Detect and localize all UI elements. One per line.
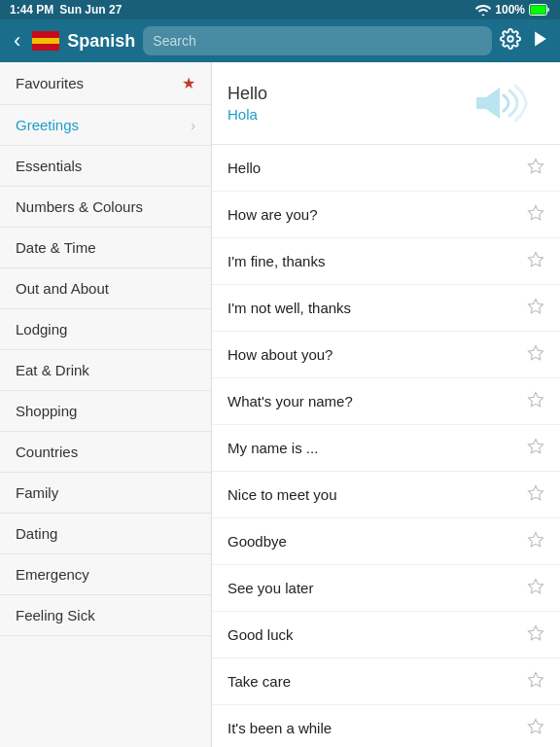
status-bar: 1:44 PM Sun Jun 27 100% — [0, 0, 560, 19]
list-item[interactable]: Nice to meet you — [212, 472, 560, 518]
svg-marker-14 — [529, 626, 543, 640]
favourite-star[interactable] — [527, 391, 544, 411]
sidebar-item-out-and-about[interactable]: Out and About — [0, 268, 211, 309]
svg-point-2 — [508, 36, 513, 42]
list-item[interactable]: My name is ... — [212, 425, 560, 472]
sidebar-label-greetings: Greetings — [16, 117, 79, 133]
status-date: Sun Jun 27 — [59, 3, 122, 17]
phrase-text: Take care — [228, 673, 291, 690]
sidebar-item-favourites[interactable]: Favourites ★ — [0, 62, 211, 105]
sidebar-label-numbers-colours: Numbers & Colours — [16, 198, 143, 215]
phrase-list: Hello How are you? I'm fine, thanks I'm … — [212, 145, 560, 747]
play-icon[interactable] — [531, 28, 550, 54]
list-item[interactable]: See you later — [212, 565, 560, 612]
phrase-header-text: Hello Hola — [228, 84, 451, 123]
phrase-text: How are you? — [228, 206, 318, 223]
sidebar-item-eat-drink[interactable]: Eat & Drink — [0, 350, 211, 391]
phrase-header: Hello Hola — [212, 62, 560, 145]
sidebar-item-lodging[interactable]: Lodging — [0, 309, 211, 350]
sidebar-label-eat-drink: Eat & Drink — [16, 362, 89, 378]
sidebar-label-shopping: Shopping — [16, 403, 77, 419]
svg-marker-3 — [535, 31, 546, 46]
phrase-text: Good luck — [228, 626, 294, 643]
sidebar-label-out-and-about: Out and About — [16, 280, 109, 297]
sidebar-label-essentials: Essentials — [16, 158, 82, 174]
favourite-star[interactable] — [527, 624, 544, 645]
svg-marker-10 — [529, 440, 543, 453]
phrase-text: It's been a while — [228, 720, 332, 736]
favourite-star[interactable] — [527, 578, 544, 598]
svg-marker-5 — [529, 206, 543, 220]
svg-marker-16 — [529, 720, 543, 733]
sidebar-item-essentials[interactable]: Essentials — [0, 146, 211, 187]
svg-marker-9 — [529, 393, 543, 407]
phrase-text: How about you? — [228, 346, 332, 363]
list-item[interactable]: How about you? — [212, 332, 560, 378]
sidebar-label-dating: Dating — [16, 525, 57, 542]
svg-marker-8 — [529, 346, 543, 360]
sidebar-item-shopping[interactable]: Shopping — [0, 391, 211, 432]
svg-rect-1 — [531, 6, 546, 15]
sidebar-item-emergency[interactable]: Emergency — [0, 554, 211, 595]
svg-marker-15 — [529, 673, 543, 687]
sidebar-label-favourites: Favourites — [16, 75, 84, 91]
list-item[interactable]: How are you? — [212, 192, 560, 238]
svg-marker-4 — [529, 160, 543, 173]
sidebar-item-feeling-sick[interactable]: Feeling Sick — [0, 595, 211, 636]
favourite-star[interactable] — [527, 671, 544, 692]
sidebar-label-emergency: Emergency — [16, 566, 89, 583]
list-item[interactable]: It's been a while — [212, 705, 560, 747]
sidebar: Favourites ★ Greetings › Essentials Numb… — [0, 62, 212, 747]
svg-marker-11 — [529, 486, 543, 500]
header-translation: Hola — [228, 106, 451, 123]
phrase-text: I'm fine, thanks — [228, 253, 325, 269]
favourite-star[interactable] — [527, 718, 544, 738]
nav-icons — [500, 28, 550, 54]
favourite-star[interactable] — [527, 298, 544, 318]
battery-label: 100% — [495, 3, 525, 17]
sidebar-item-family[interactable]: Family — [0, 473, 211, 514]
search-input[interactable] — [143, 26, 492, 55]
favourite-star[interactable] — [527, 344, 544, 365]
svg-marker-7 — [529, 300, 543, 313]
sidebar-item-date-time[interactable]: Date & Time — [0, 228, 211, 268]
list-item[interactable]: What's your name? — [212, 378, 560, 425]
sidebar-label-family: Family — [16, 484, 58, 501]
phrase-panel: Hello Hola Hello — [212, 62, 560, 747]
sidebar-item-numbers-colours[interactable]: Numbers & Colours — [0, 187, 211, 228]
settings-icon[interactable] — [500, 28, 521, 54]
favourite-star[interactable] — [527, 531, 544, 551]
status-left: 1:44 PM Sun Jun 27 — [10, 3, 122, 17]
sidebar-label-feeling-sick: Feeling Sick — [16, 607, 95, 623]
sidebar-item-countries[interactable]: Countries — [0, 432, 211, 473]
svg-marker-12 — [529, 533, 543, 547]
phrase-text: My name is ... — [228, 440, 318, 456]
phrase-text: What's your name? — [228, 393, 353, 409]
nav-title: Spanish — [67, 31, 135, 52]
favourite-star[interactable] — [527, 438, 544, 458]
spain-flag — [32, 31, 59, 51]
status-time: 1:44 PM — [10, 3, 53, 17]
list-item[interactable]: I'm not well, thanks — [212, 285, 560, 332]
svg-marker-6 — [529, 253, 543, 267]
favourite-star[interactable] — [527, 158, 544, 178]
favourite-star[interactable] — [527, 484, 544, 505]
chevron-right-icon: › — [191, 118, 195, 133]
speaker-button[interactable] — [467, 76, 544, 130]
list-item[interactable]: I'm fine, thanks — [212, 238, 560, 285]
list-item[interactable]: Good luck — [212, 612, 560, 658]
phrase-text: Hello — [228, 160, 261, 176]
sidebar-label-lodging: Lodging — [16, 321, 67, 338]
sidebar-item-dating[interactable]: Dating — [0, 514, 211, 554]
list-item[interactable]: Hello — [212, 145, 560, 192]
favourite-star[interactable] — [527, 204, 544, 225]
main-content: Favourites ★ Greetings › Essentials Numb… — [0, 62, 560, 747]
list-item[interactable]: Goodbye — [212, 518, 560, 565]
battery-icon — [529, 4, 550, 16]
list-item[interactable]: Take care — [212, 658, 560, 705]
favourite-star[interactable] — [527, 251, 544, 271]
status-right: 100% — [475, 3, 550, 17]
phrase-text: I'm not well, thanks — [228, 300, 351, 316]
back-button[interactable]: ‹ — [10, 24, 24, 57]
sidebar-item-greetings[interactable]: Greetings › — [0, 105, 211, 146]
